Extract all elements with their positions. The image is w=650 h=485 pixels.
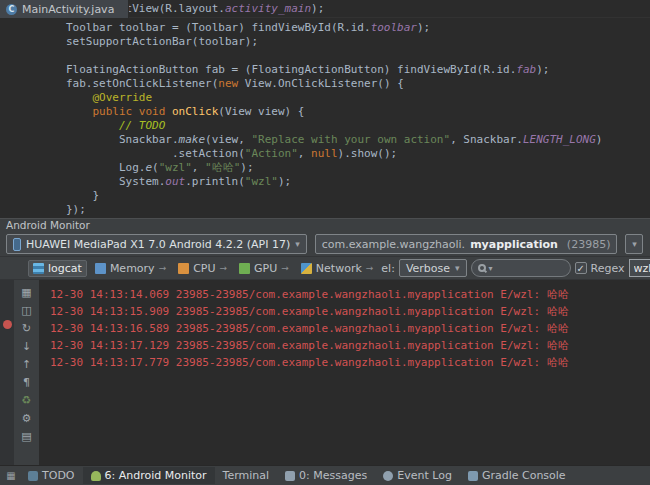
process-pid: (23985) <box>567 238 611 251</box>
android-icon <box>91 471 101 481</box>
code-line: fab.setOnClickListener(new View.OnClickL… <box>13 77 650 91</box>
expand-arrow-icon: → <box>366 263 374 273</box>
left-tool-stripe <box>0 280 14 465</box>
code-line: Snackbar.make(view, "Replace with your o… <box>13 133 650 147</box>
todo-icon <box>28 471 38 481</box>
statusbar-item-terminal[interactable]: Terminal <box>215 467 278 484</box>
logcat-log-list[interactable]: 12-30 14:13:14.069 23985-23985/com.examp… <box>40 280 650 465</box>
settings-icon[interactable]: ⚙ <box>19 412 35 425</box>
network-icon <box>301 263 312 274</box>
logcat-search-input[interactable] <box>496 262 564 275</box>
code-line: .setAction("Action", null).show(); <box>13 147 650 161</box>
gpu-icon <box>239 263 250 274</box>
logcat-toolbar: logcatMemory→CPU→GPU→Network→ el: Verbos… <box>0 256 650 279</box>
code-line <box>13 49 650 63</box>
log-level-label: el: <box>381 262 395 275</box>
monitor-tab-logcat[interactable]: logcat <box>28 260 87 277</box>
log-line: 12-30 14:13:17.129 23985-23985/com.examp… <box>50 337 650 354</box>
messages-icon <box>285 471 295 481</box>
code-line: FloatingActionButton fab = (FloatingActi… <box>13 63 650 77</box>
statusbar-item-todo[interactable]: TODO <box>20 467 83 484</box>
code-line: } <box>13 189 650 203</box>
red-notification-icon[interactable] <box>3 320 12 329</box>
editor-tab-mainactivity[interactable]: MainActivity.java <box>0 0 129 18</box>
monitor-tab-label: Memory <box>110 262 155 275</box>
logcat-output-area: ▦◫↻↓↑¶♻⚙▤ 12-30 14:13:14.069 23985-23985… <box>0 279 650 465</box>
chevron-down-icon: ▾ <box>455 263 460 273</box>
restart-icon[interactable]: ↻ <box>19 322 35 335</box>
android-monitor-header[interactable]: Android Monitor <box>0 218 650 232</box>
monitor-selector-row: HUAWEI MediaPad X1 7.0 Android 4.2.2 (AP… <box>0 232 650 256</box>
monitor-tab-label: logcat <box>48 262 82 275</box>
log-line: 12-30 14:13:15.909 23985-23985/com.examp… <box>50 303 650 320</box>
clear-log-icon[interactable]: ▦ <box>19 286 35 299</box>
status-bar-items: TODO6: Android MonitorTerminal0: Message… <box>20 467 574 484</box>
code-line: setSupportActionBar(toolbar); <box>13 35 650 49</box>
monitor-tab-memory[interactable]: Memory→ <box>91 260 170 277</box>
chevron-down-icon: ▾ <box>632 239 637 249</box>
gradle-icon <box>468 471 478 481</box>
log-level-select[interactable]: Verbose ▾ <box>399 259 467 277</box>
statusbar-item-label: TODO <box>42 469 75 482</box>
scroll-down-icon[interactable]: ↓ <box>19 340 35 353</box>
process-package-prefix: com.example.wangzhaoli. <box>322 238 465 251</box>
regex-label: Regex <box>591 262 625 275</box>
statusbar-item-6-android-monitor[interactable]: 6: Android Monitor <box>83 467 215 484</box>
code-line: Toolbar toolbar = (Toolbar) findViewById… <box>13 21 650 35</box>
expand-arrow-icon: → <box>159 263 167 273</box>
android-studio-window: setContentView(R.layout.activity_main); … <box>0 0 650 485</box>
pause-output-icon[interactable]: ◫ <box>19 304 35 317</box>
statusbar-item-label: 0: Messages <box>299 469 367 482</box>
process-selector[interactable]: com.example.wangzhaoli.myapplication (23… <box>315 234 618 254</box>
editor-tab-bar: setContentView(R.layout.activity_main); … <box>0 0 650 18</box>
code-line: // TODO <box>13 119 650 133</box>
event-log-icon <box>383 471 393 481</box>
editor-tab-title: MainActivity.java <box>22 3 114 16</box>
monitor-tab-cpu[interactable]: CPU→ <box>174 260 231 277</box>
tool-window-switcher-icon[interactable]: ▦ <box>4 470 18 481</box>
expand-arrow-icon: → <box>220 263 228 273</box>
regex-checkbox[interactable] <box>575 262 587 274</box>
device-selector-value: HUAWEI MediaPad X1 7.0 Android 4.2.2 (AP… <box>26 238 290 251</box>
code-editor[interactable]: Toolbar toolbar = (Toolbar) findViewById… <box>0 18 650 218</box>
android-monitor-panel: Android Monitor HUAWEI MediaPad X1 7.0 A… <box>0 218 650 465</box>
statusbar-item-label: Terminal <box>223 469 270 482</box>
print-icon[interactable]: ▤ <box>19 430 35 443</box>
expand-arrow-icon: → <box>281 263 289 273</box>
code-line: @Override <box>13 91 650 105</box>
log-line: 12-30 14:13:17.779 23985-23985/com.examp… <box>50 354 650 371</box>
monitor-tab-label: Network <box>316 262 362 275</box>
regex-option[interactable]: Regex <box>575 262 625 275</box>
android-monitor-title: Android Monitor <box>6 219 90 231</box>
log-line: 12-30 14:13:16.589 23985-23985/com.examp… <box>50 320 650 337</box>
monitor-tab-gpu[interactable]: GPU→ <box>235 260 293 277</box>
statusbar-item-0-messages[interactable]: 0: Messages <box>277 467 375 484</box>
statusbar-item-gradle-console[interactable]: Gradle Console <box>460 467 574 484</box>
statusbar-item-label: Event Log <box>397 469 452 482</box>
device-selector[interactable]: HUAWEI MediaPad X1 7.0 Android 4.2.2 (AP… <box>6 234 307 254</box>
log-level-value: Verbose <box>406 262 450 275</box>
statusbar-item-label: Gradle Console <box>482 469 566 482</box>
chevron-down-icon: ▾ <box>489 264 493 273</box>
code-line: Log.e("wzl", "哈哈"); <box>13 161 650 175</box>
soft-wrap-icon[interactable]: ¶ <box>19 376 35 389</box>
statusbar-item-event-log[interactable]: Event Log <box>375 467 460 484</box>
memory-icon <box>95 263 106 274</box>
monitor-tabs: logcatMemory→CPU→GPU→Network→ <box>28 260 377 277</box>
log-line: 12-30 14:13:14.069 23985-23985/com.examp… <box>50 286 650 303</box>
logcat-side-toolbar: ▦◫↻↓↑¶♻⚙▤ <box>14 280 40 465</box>
logcat-search-box[interactable]: ▾ <box>471 259 571 277</box>
gc-icon[interactable]: ♻ <box>19 394 35 407</box>
monitor-tab-label: CPU <box>193 262 215 275</box>
logcat-filter-input[interactable] <box>629 259 650 277</box>
scroll-up-icon[interactable]: ↑ <box>19 358 35 371</box>
java-class-icon <box>6 4 17 15</box>
code-line: public void onClick(View view) { <box>13 105 650 119</box>
logcat-icon <box>33 263 44 274</box>
search-icon <box>478 264 486 272</box>
process-dropdown-button[interactable]: ▾ <box>625 234 643 254</box>
monitor-tab-label: GPU <box>254 262 277 275</box>
monitor-tab-network[interactable]: Network→ <box>297 260 377 277</box>
process-name: myapplication <box>470 238 558 251</box>
chevron-down-icon: ▾ <box>295 239 300 249</box>
